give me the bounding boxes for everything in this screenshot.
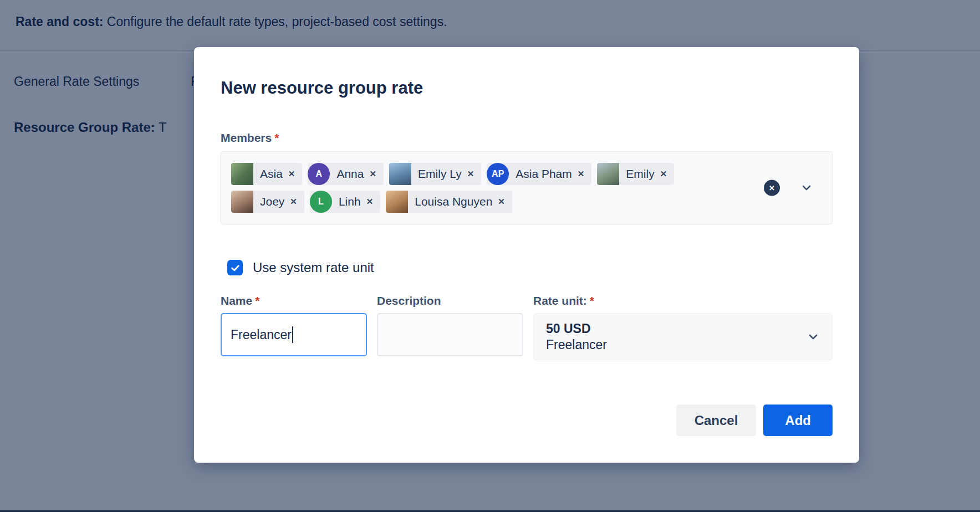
- required-asterisk: *: [255, 294, 259, 307]
- description-field-group: Description: [377, 294, 523, 360]
- rate-fields: Name* Freelancer Description Rate unit:*: [221, 294, 833, 360]
- members-label: Members*: [221, 131, 833, 145]
- description-input[interactable]: [377, 313, 523, 356]
- cancel-button[interactable]: Cancel: [676, 405, 757, 436]
- member-name: Asia: [253, 167, 288, 181]
- avatar: L: [310, 191, 332, 213]
- member-name: Louisa Nguyen: [408, 195, 498, 208]
- remove-member-icon[interactable]: ✕: [290, 191, 304, 213]
- member-chip: L Linh ✕: [310, 191, 380, 213]
- required-asterisk: *: [590, 294, 594, 307]
- check-icon: [230, 263, 241, 273]
- avatar: [389, 163, 411, 185]
- member-name: Emily: [619, 167, 660, 181]
- remove-member-icon[interactable]: ✕: [498, 191, 512, 213]
- remove-member-icon[interactable]: ✕: [467, 163, 482, 185]
- use-system-rate-unit-row: Use system rate unit: [221, 260, 833, 275]
- remove-member-icon[interactable]: ✕: [578, 163, 592, 185]
- remove-member-icon[interactable]: ✕: [288, 163, 303, 185]
- description-label: Description: [377, 294, 523, 308]
- name-field-group: Name* Freelancer: [221, 294, 367, 360]
- member-name: Anna: [330, 167, 369, 181]
- remove-member-icon[interactable]: ✕: [369, 163, 384, 185]
- use-system-rate-unit-label: Use system rate unit: [253, 260, 374, 275]
- remove-member-icon[interactable]: ✕: [660, 163, 675, 185]
- member-name: Emily Ly: [411, 167, 467, 181]
- members-chevron-down-icon[interactable]: [800, 181, 813, 194]
- dialog-actions: Cancel Add: [221, 405, 833, 436]
- name-input[interactable]: Freelancer: [221, 313, 367, 356]
- text-caret: [292, 326, 293, 343]
- rate-unit-field-group: Rate unit:* 50 USD Freelancer: [533, 294, 833, 360]
- avatar: AP: [487, 163, 509, 185]
- app-window: Rate and cost: Configure the default rat…: [0, 0, 980, 512]
- rate-unit-subvalue: Freelancer: [546, 337, 607, 352]
- avatar: [597, 163, 619, 185]
- rate-unit-label: Rate unit:*: [533, 294, 833, 308]
- member-name: Linh: [332, 195, 366, 208]
- member-chip: Joey ✕: [231, 191, 304, 213]
- name-input-value: Freelancer: [231, 327, 292, 342]
- new-resource-group-rate-dialog: New resource group rate Members* Asia ✕ …: [194, 47, 859, 463]
- member-name: Asia Pham: [509, 167, 578, 181]
- avatar: [231, 163, 253, 185]
- rate-unit-select[interactable]: 50 USD Freelancer: [533, 313, 833, 360]
- rate-unit-chevron-down-icon: [807, 330, 820, 344]
- member-chip: Emily Ly ✕: [389, 163, 481, 185]
- member-chip: Emily ✕: [597, 163, 674, 185]
- member-chip: AP Asia Pham ✕: [487, 163, 591, 185]
- members-multiselect[interactable]: Asia ✕ A Anna ✕ Emily Ly ✕ AP Asia Pham …: [221, 151, 833, 224]
- rate-unit-value: 50 USD: [546, 321, 607, 336]
- required-asterisk: *: [274, 131, 279, 144]
- clear-all-members-icon[interactable]: ✕: [764, 180, 780, 196]
- name-label: Name*: [221, 294, 367, 308]
- add-button[interactable]: Add: [763, 405, 833, 436]
- avatar: A: [308, 163, 330, 185]
- avatar: [386, 191, 408, 213]
- use-system-rate-unit-checkbox[interactable]: [227, 260, 243, 275]
- member-chip: Louisa Nguyen ✕: [386, 191, 512, 213]
- avatar: [231, 191, 253, 213]
- member-name: Joey: [253, 195, 290, 208]
- remove-member-icon[interactable]: ✕: [366, 191, 381, 213]
- member-chip: A Anna ✕: [308, 163, 384, 185]
- member-chip: Asia ✕: [231, 163, 302, 185]
- dialog-title: New resource group rate: [221, 78, 833, 98]
